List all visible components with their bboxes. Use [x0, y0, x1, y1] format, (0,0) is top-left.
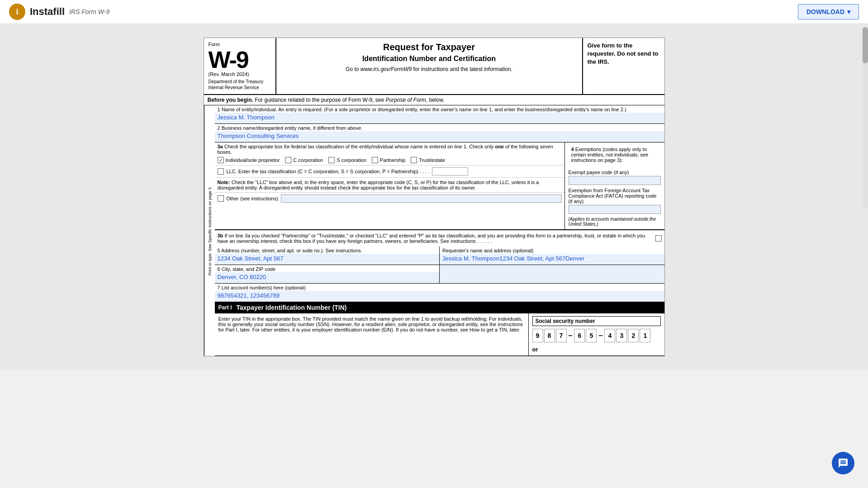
llc-input[interactable] [432, 167, 468, 175]
checkbox-individual-label: Individual/sole proprietor [226, 157, 280, 163]
checkbox-scorp-box[interactable] [328, 157, 335, 163]
before-begin-text: For guidance related to the purpose of F… [255, 97, 444, 103]
ssn-label: Social security number [532, 316, 661, 326]
form-header-left: Form W-9 (Rev. March 2024) Department of… [204, 38, 276, 94]
ssn-digit-9[interactable]: 1 [640, 329, 650, 342]
content-area: Form W-9 (Rev. March 2024) Department of… [0, 24, 868, 370]
form-header: Form W-9 (Rev. March 2024) Department of… [204, 38, 664, 95]
requester-col: Requester's name and address (optional) … [440, 246, 664, 265]
ssn-digit-4[interactable]: 6 [574, 329, 585, 342]
checkbox-partnership-box[interactable] [372, 157, 378, 163]
fatca-label: Exemption from Foreign Account Tax Compl… [569, 187, 661, 205]
ssn-digit-5[interactable]: 5 [586, 329, 597, 342]
field7-value[interactable]: 987654321, 123456789 [215, 291, 664, 302]
form-main-title: Request for Taxpayer Identification Numb… [285, 42, 573, 63]
requester-city-value [440, 265, 664, 283]
checkbox-trust[interactable]: Trust/estate [411, 157, 445, 163]
other-label: Other (see instructions) [227, 196, 278, 201]
before-begin: Before you begin. For guidance related t… [204, 95, 664, 105]
field5-label: 5 Address (number, street, and apt. or s… [215, 246, 440, 254]
row3b-text: 3b If on line 3a you checked "Partnershi… [218, 233, 653, 244]
part1-label: Part I [218, 304, 232, 311]
download-arrow-icon: ▾ [847, 8, 850, 15]
other-input[interactable] [281, 194, 562, 203]
checkbox-ccorp-box[interactable] [285, 157, 291, 163]
checkbox-ccorp[interactable]: C corporation [285, 157, 323, 163]
scrollbar[interactable] [863, 27, 868, 208]
checkbox-scorp[interactable]: S corporation [328, 157, 366, 163]
exempt-payee-label: Exempt payee code (if any) [569, 169, 661, 176]
form-body: Print or type. See Specific Instructions… [204, 105, 664, 356]
form-header-center: Request for Taxpayer Identification Numb… [276, 38, 583, 94]
city-right-col [440, 265, 664, 283]
brand-name: Instafill [30, 6, 65, 18]
row3-left: 3a Check the appropriate box for federal… [215, 142, 565, 229]
ssn-digit-2[interactable]: 8 [544, 329, 555, 342]
part1-left: Enter your TIN in the appropriate box. T… [215, 313, 529, 355]
field3a-label: 3a Check the appropriate box for federal… [215, 142, 564, 155]
logo-icon: i [9, 4, 25, 20]
scrollbar-thumb[interactable] [863, 27, 868, 63]
fatca-input[interactable] [569, 205, 661, 214]
form-url: Go to www.irs.gov/FormW9 for instruction… [285, 66, 573, 72]
or-text: or [532, 346, 661, 353]
checkbox-other-box[interactable] [218, 195, 224, 202]
field5-col: 5 Address (number, street, and apt. or s… [215, 246, 440, 265]
row3-right: 4 Exemptions (codes apply only to certai… [565, 142, 664, 229]
checkbox-individual-box[interactable]: ✓ [218, 157, 224, 163]
ssn-digit-1[interactable]: 9 [532, 329, 543, 342]
row3-container: 3a Check the appropriate box for federal… [215, 142, 664, 230]
chat-button[interactable] [832, 452, 854, 474]
checkbox-3b-box[interactable] [655, 235, 662, 242]
field1-value[interactable]: Jessica M. Thompson [215, 113, 664, 123]
city-row: 6 City, state, and ZIP code Denver, CO 8… [215, 265, 664, 284]
form-sidebar: Print or type. See Specific Instructions… [204, 105, 215, 356]
give-form-text: Give form to the requester. Do not send … [588, 42, 659, 65]
checkbox-individual[interactable]: ✓ Individual/sole proprietor [218, 157, 280, 163]
exempt-payee-input[interactable] [569, 176, 661, 185]
part1-body: Enter your TIN in the appropriate box. T… [215, 313, 664, 356]
ssn-digit-3[interactable]: 7 [556, 329, 567, 342]
requester-label: Requester's name and address (optional) [440, 246, 664, 254]
form-dept: Department of the Treasury Internal Reve… [209, 79, 271, 90]
sidebar-text: Print or type. See Specific Instructions… [207, 186, 212, 275]
checkbox-scorp-label: S corporation [337, 157, 366, 163]
ssn-sep-1: – [568, 332, 574, 340]
checkbox-partnership-label: Partnership [380, 157, 405, 163]
download-button[interactable]: DOWNLOAD ▾ [798, 4, 859, 19]
part1-title: Taxpayer Identification Number (TIN) [237, 304, 347, 311]
form-number: W-9 [209, 48, 271, 71]
field1-label: 1 Name of entity/individual. An entry is… [215, 105, 664, 113]
applies-text: (Applies to accounts maintained outside … [569, 217, 661, 227]
download-label: DOWNLOAD [806, 8, 844, 15]
form-header-right: Give form to the requester. Do not send … [583, 38, 664, 94]
field2-value[interactable]: Thompson Consulting Services [215, 131, 664, 142]
part1-header: Part I Taxpayer Identification Number (T… [215, 302, 664, 313]
svg-text:i: i [16, 7, 18, 16]
field2-row: 2 Business name/disregarded entity name,… [215, 124, 664, 142]
requester-value[interactable]: Jessica M. Thompson1234 Oak Street, Apt … [440, 254, 664, 265]
header-left: i Instafill IRS Form W-9 [9, 4, 109, 20]
form-title-header: IRS Form W-9 [69, 8, 109, 15]
form-rev: (Rev. March 2024) [209, 71, 271, 77]
field4-label: 4 Exemptions (codes apply only to certai… [569, 145, 661, 163]
field2-label: 2 Business name/disregarded entity name,… [215, 124, 664, 131]
llc-row: LLC. Enter the tax classification (C = C… [215, 166, 564, 178]
field6-col: 6 City, state, and ZIP code Denver, CO 8… [215, 265, 440, 283]
field6-value[interactable]: Denver, CO 80220 [215, 272, 440, 283]
form-w9: Form W-9 (Rev. March 2024) Department of… [204, 38, 665, 356]
form-main: 1 Name of entity/individual. An entry is… [215, 105, 664, 356]
ssn-digit-8[interactable]: 2 [628, 329, 639, 342]
field5-value[interactable]: 1234 Oak Street, Apt 567 [215, 254, 440, 265]
app-header: i Instafill IRS Form W-9 DOWNLOAD ▾ [0, 0, 868, 24]
checkbox-trust-box[interactable] [411, 157, 417, 163]
checkbox-partnership[interactable]: Partnership [372, 157, 405, 163]
ssn-digit-6[interactable]: 4 [604, 329, 615, 342]
ssn-sep-2: – [598, 332, 603, 340]
field1-row: 1 Name of entity/individual. An entry is… [215, 105, 664, 124]
title-line2: Identification Number and Certification [362, 55, 496, 62]
field7-row: 7 List account number(s) here (optional)… [215, 284, 664, 302]
row3b-row: 3b If on line 3a you checked "Partnershi… [215, 230, 664, 246]
ssn-digit-7[interactable]: 3 [616, 329, 627, 342]
checkbox-llc-box[interactable] [218, 168, 224, 175]
